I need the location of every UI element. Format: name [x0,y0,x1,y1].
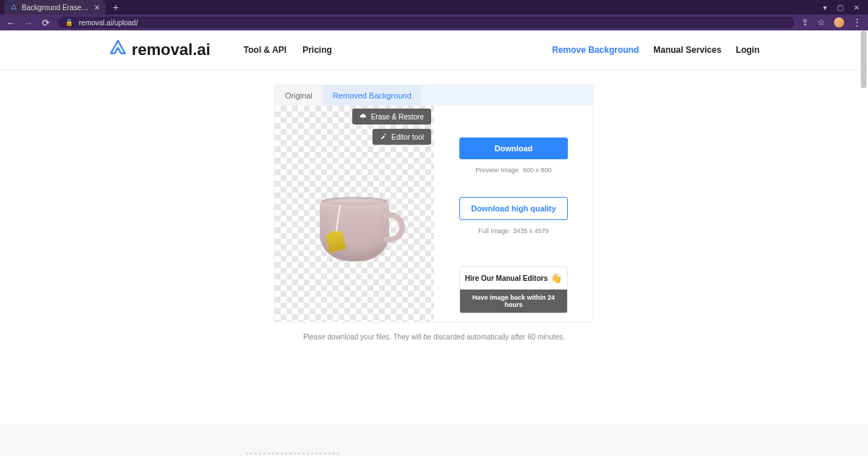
preview-dimensions: 600 x 800 [523,166,552,174]
editor-tool-button[interactable]: Editor tool [373,129,431,145]
result-card: Original Removed Background Erase & Rest… [274,85,594,323]
tab-original[interactable]: Original [275,85,323,106]
address-bar[interactable]: 🔒 removal.ai/upload/ [58,17,794,28]
window-minimize-icon[interactable]: ▾ [823,4,827,12]
erase-restore-button[interactable]: Erase & Restore [352,109,431,124]
menu-icon[interactable]: ⋮ [853,17,862,28]
carousel-dots [246,452,339,455]
url-text: removal.ai/upload/ [79,19,138,27]
hire-sub: Have image back within 24 hours [460,290,567,313]
full-meta: Full Image 3435 x 4579 [478,227,549,235]
hire-editors-box: Hire Our Manual Editors 👋 Have image bac… [459,266,568,313]
tab-title: Background Eraser: Upload Your [22,4,90,12]
workspace: Original Removed Background Erase & Rest… [0,70,868,341]
full-label: Full Image [478,227,509,235]
share-icon[interactable]: ⇪ [801,17,809,28]
back-button[interactable]: ← [6,17,16,28]
image-canvas: Erase & Restore Editor tool [275,106,434,321]
nav-pricing[interactable]: Pricing [302,45,332,55]
download-button[interactable]: Download [459,138,568,159]
new-tab-button[interactable]: + [106,1,126,13]
bookmark-icon[interactable]: ☆ [817,17,825,28]
preview-meta: Preview Image 600 x 800 [475,166,551,174]
wand-icon [380,132,387,141]
nav-manual-services[interactable]: Manual Services [653,45,721,55]
logo[interactable]: removal.ai [109,38,210,62]
browser-toolbar: ← → ⟳ 🔒 removal.ai/upload/ ⇪ ☆ ⋮ [0,14,868,30]
tab-close-icon[interactable]: ✕ [94,4,100,12]
footer-strip [0,424,868,456]
site-favicon-icon [10,4,17,11]
editor-tool-label: Editor tool [391,133,424,141]
nav-tool-api[interactable]: Tool & API [244,45,286,55]
window-maximize-icon[interactable]: ▢ [837,4,843,12]
canvas-tools: Erase & Restore Editor tool [352,109,431,145]
download-hq-button[interactable]: Download high quality [459,197,568,220]
profile-avatar[interactable] [834,17,844,28]
wave-hand-icon: 👋 [550,273,562,284]
site-header: removal.ai Tool & API Pricing Remove Bac… [0,30,868,70]
nav-login[interactable]: Login [736,45,760,55]
cloud-icon [359,112,367,121]
window-controls: ▾ ▢ ✕ [823,4,868,12]
browser-tab[interactable]: Background Eraser: Upload Your ✕ [4,0,106,14]
download-panel: Download Preview Image 600 x 800 Downloa… [434,106,593,322]
result-tabs: Original Removed Background [275,85,593,106]
page: removal.ai Tool & API Pricing Remove Bac… [0,30,868,456]
discard-notice: Please download your files. They will be… [274,333,594,341]
browser-titlebar: Background Eraser: Upload Your ✕ + ▾ ▢ ✕ [0,0,868,14]
window-close-icon[interactable]: ✕ [854,4,859,12]
nav-right: Remove Background Manual Services Login [552,45,760,55]
erase-restore-label: Erase & Restore [371,113,424,121]
hire-editors-button[interactable]: Hire Our Manual Editors 👋 [460,267,567,290]
hire-label: Hire Our Manual Editors [465,274,548,282]
logo-icon [109,38,127,62]
tab-removed-background[interactable]: Removed Background [323,85,422,106]
full-dimensions: 3435 x 4579 [513,227,549,235]
forward-button[interactable]: → [23,17,33,28]
lock-icon: 🔒 [65,19,73,26]
preview-label: Preview Image [475,166,519,174]
nav-remove-background[interactable]: Remove Background [552,45,639,55]
nav-left: Tool & API Pricing [244,45,332,55]
tab-strip: Background Eraser: Upload Your ✕ + [0,0,126,14]
brand-text: removal.ai [132,41,210,59]
scrollbar[interactable] [861,30,867,88]
result-image [320,200,389,261]
reload-button[interactable]: ⟳ [41,17,51,28]
